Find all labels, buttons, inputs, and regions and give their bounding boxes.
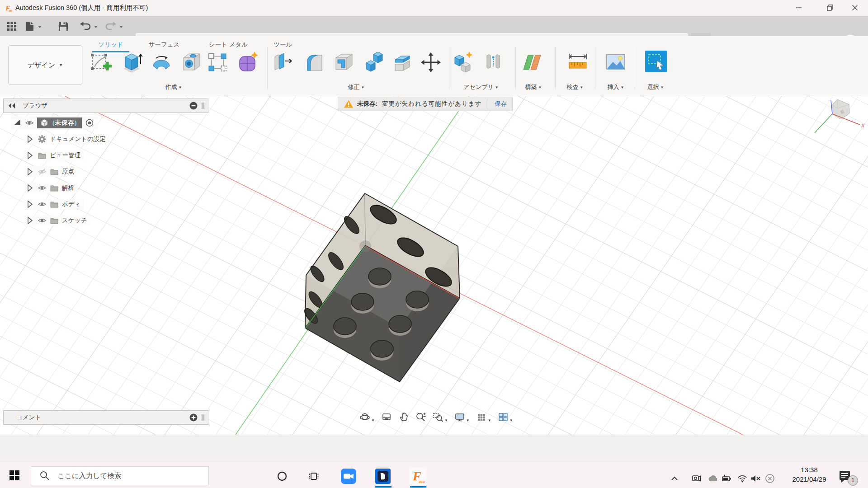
fusion360-app-window: Autodesk Fusion 360 (個人用 - 商用利用不可) 無題* ✕… bbox=[0, 0, 868, 488]
browser-item-bodies[interactable]: ボディ bbox=[24, 199, 84, 210]
add-comment-icon[interactable] bbox=[189, 413, 198, 422]
component-cube-icon bbox=[40, 118, 49, 127]
minimize-panel-icon[interactable] bbox=[189, 101, 198, 110]
warning-message: 変更が失われる可能性があります bbox=[382, 100, 481, 108]
browser-panel-title: ブラウザ bbox=[23, 102, 189, 110]
comment-panel-header[interactable]: コメント bbox=[3, 410, 208, 425]
folder-icon bbox=[50, 216, 59, 225]
display-settings[interactable]: ▼ bbox=[454, 412, 470, 422]
browser-root-row[interactable]: (未保存) bbox=[11, 117, 98, 129]
save-link[interactable]: 保存 bbox=[495, 100, 507, 108]
comment-panel-title: コメント bbox=[16, 413, 189, 422]
expand-open-icon[interactable] bbox=[13, 118, 22, 127]
visibility-eye-icon[interactable] bbox=[38, 183, 47, 192]
unsaved-warning-bar: 未保存: 変更が失われる可能性があります 保存 bbox=[338, 97, 513, 111]
zoom-tool[interactable] bbox=[415, 412, 426, 422]
viewcube-y-axis bbox=[815, 114, 832, 133]
viewcube-x-label: X bbox=[861, 123, 865, 128]
notification-count-badge: 1 bbox=[848, 475, 858, 486]
browser-item-view-management[interactable]: ビュー管理 bbox=[24, 150, 84, 161]
origin-marker bbox=[359, 240, 371, 252]
folder-icon bbox=[50, 167, 59, 176]
look-at-tool[interactable] bbox=[381, 412, 392, 422]
expand-closed-icon[interactable] bbox=[25, 167, 34, 176]
expand-closed-icon[interactable] bbox=[25, 216, 34, 225]
expand-closed-icon[interactable] bbox=[25, 151, 34, 160]
root-document-label[interactable]: (未保存) bbox=[37, 117, 82, 128]
visibility-eye-icon[interactable] bbox=[25, 118, 34, 127]
folder-icon bbox=[38, 151, 47, 160]
gear-icon bbox=[38, 135, 47, 144]
expand-closed-icon[interactable] bbox=[25, 200, 34, 209]
collapse-panel-icon[interactable] bbox=[7, 101, 16, 110]
browser-item-sketches[interactable]: スケッチ bbox=[24, 215, 90, 226]
expand-closed-icon[interactable] bbox=[25, 183, 34, 192]
grid-settings[interactable]: ▼ bbox=[476, 412, 491, 422]
folder-icon bbox=[50, 200, 59, 209]
visibility-off-eye-icon[interactable] bbox=[38, 167, 47, 176]
window-zoom-tool[interactable]: ▼ bbox=[433, 412, 448, 422]
browser-item-analysis[interactable]: 解析 bbox=[24, 183, 78, 193]
panel-grip-icon[interactable] bbox=[201, 101, 205, 110]
visibility-eye-icon[interactable] bbox=[38, 200, 47, 209]
folder-icon bbox=[50, 183, 59, 192]
activate-component-icon[interactable] bbox=[85, 118, 94, 127]
expand-closed-icon[interactable] bbox=[25, 135, 34, 144]
visibility-eye-icon[interactable] bbox=[38, 216, 47, 225]
viewport-navigation-bar: ▼ ▼ ▼ ▼ ▼ bbox=[356, 409, 516, 425]
viewports-settings[interactable]: ▼ bbox=[498, 412, 513, 422]
browser-item-document-settings[interactable]: ドキュメントの設定 bbox=[24, 134, 109, 145]
warning-icon bbox=[344, 99, 354, 108]
pan-tool[interactable] bbox=[398, 412, 409, 422]
orbit-tool[interactable]: ▼ bbox=[359, 412, 375, 422]
browser-item-origin[interactable]: 原点 bbox=[24, 166, 78, 177]
warning-label: 未保存: bbox=[357, 100, 377, 108]
browser-panel-header[interactable]: ブラウザ bbox=[3, 99, 208, 113]
panel-grip-icon[interactable] bbox=[201, 413, 205, 422]
view-cube[interactable]: 前 X bbox=[808, 99, 868, 144]
